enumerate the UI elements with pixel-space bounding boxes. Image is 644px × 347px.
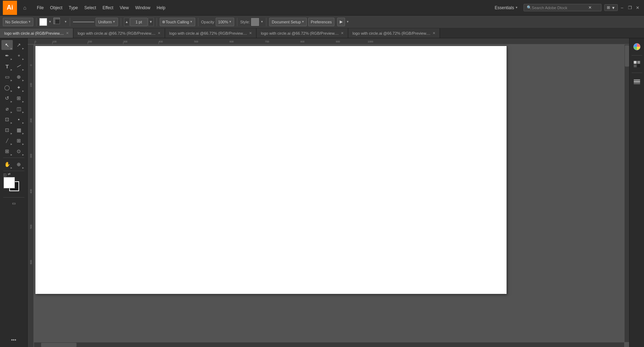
maximize-button[interactable]: ❐ xyxy=(626,4,633,11)
reflect-tool[interactable]: ↺ ▶ xyxy=(1,93,13,103)
swap-colors-btn[interactable]: ⇄ xyxy=(8,172,11,176)
tab-close-2[interactable]: ✕ xyxy=(249,31,252,35)
stroke-style-dropdown[interactable]: Uniform ▼ xyxy=(96,18,118,26)
tab-1[interactable]: logo with circle.ai @66.72% (RGB/Preview… xyxy=(73,28,165,38)
arrange-btn[interactable]: ▶ xyxy=(337,18,345,26)
tab-close-1[interactable]: ✕ xyxy=(158,31,160,35)
scrollbar-thumb-right[interactable] xyxy=(625,45,629,67)
fill-swatch[interactable] xyxy=(4,177,15,188)
slice-tool[interactable]: ▦ ▶ xyxy=(13,125,24,135)
tab-close-0[interactable]: ✕ xyxy=(66,31,69,35)
menu-view[interactable]: View xyxy=(117,4,132,12)
free-transform-tool[interactable]: ◫ ▶ xyxy=(13,104,24,114)
document-setup-btn[interactable]: Document Setup ▼ xyxy=(269,18,307,26)
tab-close-3[interactable]: ✕ xyxy=(341,31,344,35)
artboard-tool[interactable]: ⊡ ▶ xyxy=(1,125,13,135)
perspective-grid-tool[interactable]: ⊙ ▶ xyxy=(13,146,24,156)
color-guide-btn[interactable] xyxy=(631,40,643,53)
menu-help[interactable]: Help xyxy=(154,4,168,12)
rectangle-tool-arrow: ▶ xyxy=(11,79,12,81)
menu-select[interactable]: Select xyxy=(81,4,99,12)
shape-builder-arrow: ▶ xyxy=(11,153,12,156)
right-panel xyxy=(629,38,644,347)
preferences-btn[interactable]: Preferences xyxy=(308,18,334,26)
menu-type[interactable]: Type xyxy=(66,4,81,12)
stroke-width-input[interactable] xyxy=(130,18,148,26)
separator-6 xyxy=(237,18,237,26)
symbol-sprayer-tool[interactable]: ⊡ ▶ xyxy=(1,114,13,124)
hand-tool[interactable]: ✋ ▶ xyxy=(1,159,13,169)
chart-tool[interactable]: ⊞ ▶ xyxy=(13,136,24,146)
tool-separator-3 xyxy=(3,197,24,198)
canvas-area[interactable]: 0 100 200 300 400 500 600 700 800 900 10… xyxy=(28,38,629,347)
default-colors-btn[interactable]: ◫ xyxy=(2,172,7,177)
gradient-tool[interactable]: ╱ ▶ xyxy=(1,136,13,146)
menu-file[interactable]: File xyxy=(34,4,46,12)
selection-tool[interactable]: ↖ ▶ xyxy=(1,40,13,50)
stroke-color-box[interactable] xyxy=(53,18,62,26)
opacity-value-btn[interactable]: 100% ▼ xyxy=(216,18,234,26)
direct-selection-tool[interactable]: ↗ ▶ xyxy=(13,40,24,50)
line-tool-icon: / xyxy=(16,63,22,69)
zoom-tool[interactable]: ⊕ ▶ xyxy=(13,159,24,169)
line-tool[interactable]: / ▶ xyxy=(13,61,24,71)
workspace-icon: ⊞ xyxy=(607,5,610,10)
svg-text:0: 0 xyxy=(35,40,36,43)
eyedropper-tool[interactable]: ⊕ ▶ xyxy=(13,72,24,82)
zoom-tool-arrow: ▶ xyxy=(22,166,24,169)
menu-object[interactable]: Object xyxy=(47,4,65,12)
stroke-width-up[interactable]: ▲ xyxy=(124,18,130,26)
touch-icon xyxy=(162,21,165,23)
touch-calling-btn[interactable]: Touch Calling ▼ xyxy=(160,18,195,26)
scrollbar-thumb-bottom[interactable] xyxy=(41,343,77,347)
search-bar[interactable]: 🔍 ✕ xyxy=(524,4,601,11)
tab-0[interactable]: logo with circle.ai (RGB/Preview.... ✕ xyxy=(0,28,73,38)
workspace-switcher[interactable]: ⊞ ▼ xyxy=(604,4,618,11)
curvature-tool[interactable]: ⌖ ▶ xyxy=(13,51,24,61)
warp-tool[interactable]: ⌀ ▶ xyxy=(1,104,13,114)
hand-tool-arrow: ▶ xyxy=(11,166,12,169)
style-swatch[interactable] xyxy=(251,18,259,26)
swatch-libraries-btn[interactable] xyxy=(631,58,643,70)
chart-tool-arrow: ▶ xyxy=(22,143,24,145)
stroke-width-down[interactable]: ▼ xyxy=(148,18,154,26)
essentials-button[interactable]: Essentials ▼ xyxy=(492,4,521,11)
pen-tool[interactable]: ✒ ▶ xyxy=(1,51,13,61)
rotate-tool[interactable]: ✦ ▶ xyxy=(13,83,24,92)
home-icon[interactable]: ⌂ xyxy=(20,3,30,13)
scale-tool[interactable]: ⊞ ▶ xyxy=(13,93,24,103)
type-tool[interactable]: T ▶ xyxy=(1,61,13,71)
right-panel-sep-2 xyxy=(632,73,642,73)
rectangle-tool[interactable]: ▭ ▶ xyxy=(1,72,13,82)
menu-window[interactable]: Window xyxy=(132,4,153,12)
selection-dropdown[interactable]: No Selection ▼ xyxy=(3,18,33,26)
shape-builder-tool[interactable]: ⊞ ▶ xyxy=(1,146,13,156)
tool-row-11: ⊞ ▶ ⊙ ▶ xyxy=(0,146,27,157)
layers-btn[interactable] xyxy=(631,75,643,88)
screen-mode-btn[interactable]: ▭ xyxy=(8,199,19,208)
scale-tool-arrow: ▶ xyxy=(22,100,24,103)
scrollbar-right[interactable] xyxy=(624,45,629,342)
scrollbar-bottom[interactable] xyxy=(34,342,624,347)
eraser-tool[interactable]: ◯ ▶ xyxy=(1,83,13,92)
tab-close-4[interactable]: ✕ xyxy=(433,31,435,35)
tab-2[interactable]: logo with circle.ai @66.72% (RGB/Preview… xyxy=(165,28,257,38)
close-button[interactable]: ✕ xyxy=(634,4,641,11)
canvas-document[interactable] xyxy=(35,46,507,294)
style-arrow: ▼ xyxy=(260,20,263,23)
eraser-tool-icon: ◯ xyxy=(4,85,10,90)
fill-color-swatch[interactable] xyxy=(39,18,47,26)
stroke-style-arrow: ▼ xyxy=(113,20,115,23)
minimize-button[interactable]: – xyxy=(618,4,626,11)
workspace-dropdown-arrow: ▼ xyxy=(611,6,615,10)
tab-3[interactable]: logo with circle.ai @66.72% (RGB/Preview… xyxy=(256,28,348,38)
separator-3 xyxy=(121,18,121,26)
menu-effect[interactable]: Effect xyxy=(100,4,116,12)
search-clear-icon[interactable]: ✕ xyxy=(588,5,592,10)
perspective-grid-icon: ⊙ xyxy=(17,148,21,154)
options-bar: No Selection ▼ ▼ ▼ Uniform ▼ ▲ ▼ Touch C… xyxy=(0,16,644,28)
search-input[interactable] xyxy=(532,6,588,10)
tab-4[interactable]: logo with circle.ai @66.72% (RGB/Preview… xyxy=(348,28,440,38)
more-tools-btn[interactable]: ••• xyxy=(0,334,27,346)
graph-tool[interactable]: ▪ ▶ xyxy=(13,114,24,124)
